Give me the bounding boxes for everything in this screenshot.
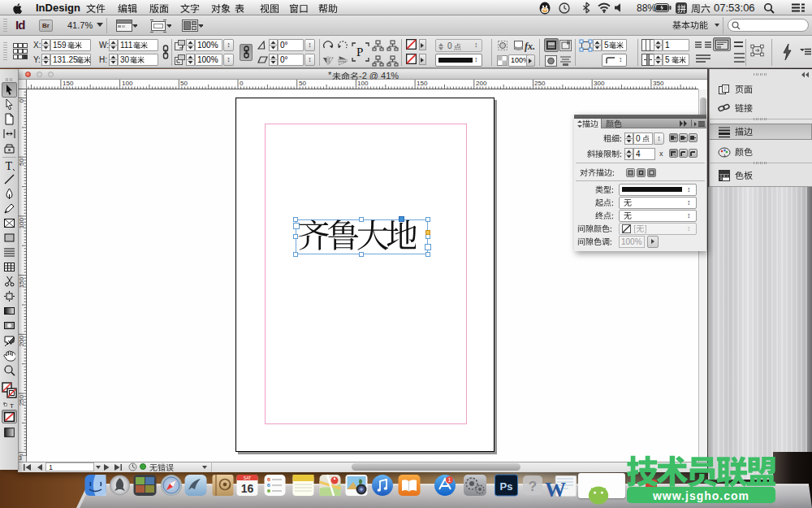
- svg-text:P: P: [356, 46, 363, 59]
- svg-text:T: T: [6, 160, 13, 172]
- svg-text:T: T: [10, 402, 14, 409]
- svg-text:?: ?: [529, 479, 537, 494]
- svg-text:16: 16: [241, 482, 254, 495]
- svg-text:W: W: [545, 478, 566, 499]
- svg-text:Ps: Ps: [500, 480, 513, 493]
- svg-text:SAT: SAT: [244, 475, 251, 480]
- svg-text:1: 1: [448, 477, 451, 483]
